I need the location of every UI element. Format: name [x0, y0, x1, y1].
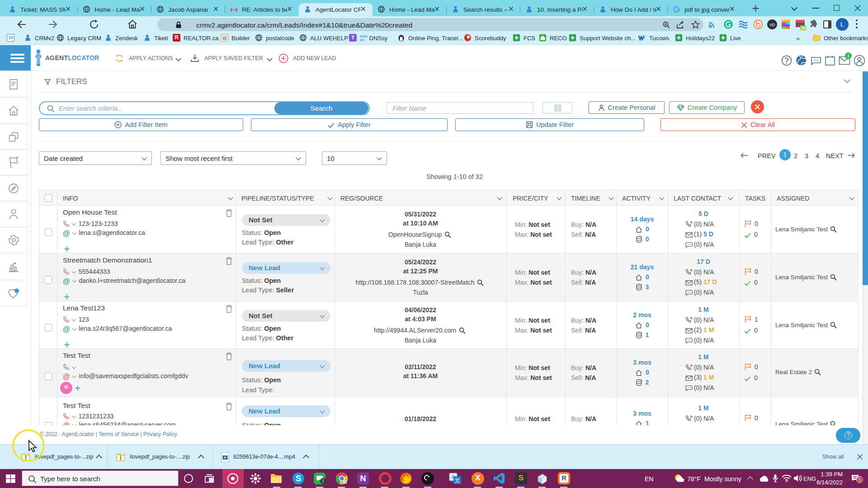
- svg-text:16: 16: [801, 26, 805, 30]
- svg-text:VD: VD: [769, 23, 775, 27]
- svg-text:文: 文: [455, 477, 460, 483]
